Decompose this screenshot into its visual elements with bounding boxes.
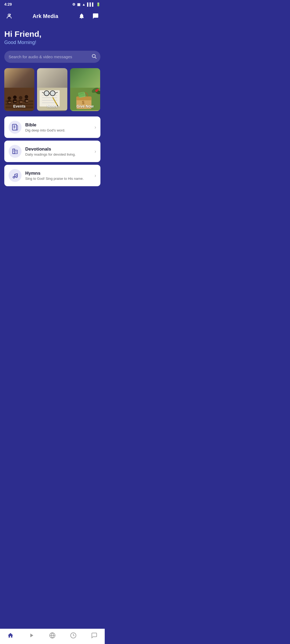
hymns-title: Hymns (25, 171, 91, 176)
greeting-subtext: Good Morning! (4, 40, 100, 45)
svg-rect-17 (20, 101, 22, 103)
hymns-menu-item[interactable]: Hymns Sing to God! Sing praise to His na… (4, 165, 100, 186)
devotionals-desc: Daily readings for devoted living. (25, 152, 91, 156)
hymns-chevron-icon: › (95, 173, 96, 178)
messages-button[interactable] (91, 11, 100, 21)
quick-cards-section: Events (0, 68, 105, 116)
header: Ark Media (0, 9, 105, 25)
settings-status-icon: ⚙ (72, 2, 75, 6)
wifi-icon: ▲ (82, 2, 85, 6)
svg-point-9 (13, 96, 17, 99)
svg-rect-40 (76, 97, 91, 100)
svg-line-2 (95, 57, 96, 58)
notes-card[interactable]: Notes (37, 68, 67, 111)
search-icon[interactable] (91, 53, 97, 60)
svg-point-30 (44, 91, 49, 96)
devotionals-icon (9, 145, 21, 158)
givenow-card[interactable]: $ Give Now (70, 68, 100, 111)
search-input[interactable] (4, 51, 100, 63)
hymns-desc: Sing to God! Sing praise to His name. (25, 177, 91, 181)
notifications-button[interactable] (77, 11, 86, 21)
search-container (4, 51, 100, 63)
header-right-icons (77, 11, 100, 21)
devotionals-menu-item[interactable]: Devotionals Daily readings for devoted l… (4, 141, 100, 162)
bible-chevron-icon: › (95, 125, 96, 130)
status-bar: 4:29 ⚙ ▦ ▲ ▌▌▌ 🔋 (0, 0, 105, 9)
svg-rect-15 (8, 102, 11, 103)
svg-rect-18 (26, 100, 28, 102)
signal-icon: ▌▌▌ (87, 2, 95, 6)
hymns-icon (9, 169, 21, 182)
bible-menu-item[interactable]: Bible Dig deep into God's word. › (4, 116, 100, 138)
bible-title: Bible (25, 122, 91, 128)
svg-rect-16 (14, 101, 16, 103)
bible-desc: Dig deep into God's word. (25, 128, 91, 132)
hymns-text: Hymns Sing to God! Sing praise to His na… (25, 171, 91, 181)
menu-items-section: Bible Dig deep into God's word. › Devoti… (0, 116, 105, 186)
svg-point-31 (50, 91, 55, 96)
svg-point-38 (97, 89, 99, 91)
devotionals-text: Devotionals Daily readings for devoted l… (25, 147, 91, 156)
svg-line-51 (15, 174, 17, 174)
app-title: Ark Media (32, 13, 58, 19)
bible-icon (9, 121, 21, 134)
status-time: 4:29 (4, 2, 12, 6)
devotionals-title: Devotionals (25, 147, 91, 152)
battery-icon: 🔋 (96, 2, 100, 6)
devotionals-chevron-icon: › (95, 149, 96, 154)
status-icons: ⚙ ▦ ▲ ▌▌▌ 🔋 (72, 2, 100, 6)
notes-card-label: Notes (37, 104, 67, 108)
givenow-card-label: Give Now (70, 104, 100, 108)
greeting-section: Hi Friend, Good Morning! (0, 25, 105, 51)
sim-icon: ▦ (77, 2, 80, 6)
events-card-label: Events (4, 104, 34, 108)
svg-point-11 (19, 96, 22, 100)
svg-point-13 (25, 95, 28, 98)
events-card[interactable]: Events (4, 68, 34, 111)
greeting-name: Hi Friend, (4, 30, 100, 39)
svg-point-7 (8, 97, 11, 100)
bible-text: Bible Dig deep into God's word. (25, 122, 91, 132)
edit-profile-button[interactable] (4, 11, 14, 21)
